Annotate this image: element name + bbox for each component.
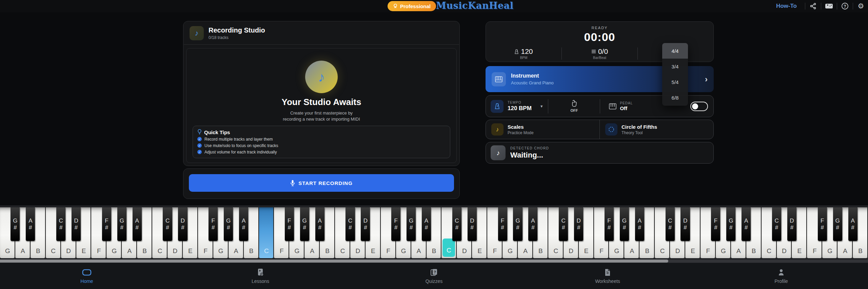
time-signature-option[interactable]: 4/4: [662, 43, 688, 59]
nav-item-worksheets[interactable]: Worksheets: [521, 263, 694, 289]
black-key[interactable]: C#: [772, 207, 781, 241]
key-label: A: [518, 247, 533, 255]
key-label: D: [61, 247, 76, 255]
key-label: G: [0, 247, 15, 255]
key-label: E: [366, 247, 381, 255]
black-key[interactable]: G#: [620, 207, 629, 241]
black-key[interactable]: F#: [285, 207, 294, 241]
black-key[interactable]: A#: [848, 207, 857, 241]
black-key[interactable]: A#: [422, 207, 431, 241]
black-key[interactable]: D#: [680, 207, 690, 241]
nav-item-lessons[interactable]: Lessons: [174, 263, 347, 289]
black-key[interactable]: G#: [407, 207, 416, 241]
black-key[interactable]: G#: [117, 207, 126, 241]
key-label: A: [304, 247, 320, 255]
black-key[interactable]: F#: [818, 207, 827, 241]
time-signature-dropdown: 4/43/45/46/8: [662, 43, 688, 106]
black-key[interactable]: D#: [574, 207, 583, 241]
recording-studio-card: ♪ Recording Studio 0/18 tracks ♪ Your St…: [183, 21, 460, 166]
metronome-toggle[interactable]: OFF: [554, 100, 594, 112]
nav-item-home[interactable]: Home: [0, 263, 174, 289]
studio-empty-state: ♪ Your Studio Awaits Create your first m…: [186, 48, 457, 163]
time-signature-option[interactable]: 5/4: [662, 74, 688, 90]
black-key[interactable]: G#: [300, 207, 309, 241]
key-label: A: [122, 247, 137, 255]
black-key[interactable]: C#: [56, 207, 65, 241]
check-icon: ✓: [197, 143, 202, 148]
black-key[interactable]: A#: [528, 207, 537, 241]
key-label: G: [106, 247, 122, 255]
tempo-selector[interactable]: TEMPO 120 BPM: [508, 101, 532, 112]
key-label: E: [792, 247, 807, 255]
pedal-state: Off: [620, 105, 633, 111]
black-key[interactable]: G#: [11, 207, 20, 241]
time-signature-option[interactable]: 3/4: [662, 59, 688, 74]
quick-tip-item: ✓Record multiple tracks and layer them: [197, 136, 446, 142]
black-key[interactable]: F#: [711, 207, 720, 241]
black-key[interactable]: G#: [513, 207, 522, 241]
piano-keyboard: GG#AA#BCC#DD#EFF#GG#AA#BCC#DD#EFF#GG#AA#…: [0, 207, 868, 258]
piano-icon: [492, 72, 506, 86]
start-recording-button[interactable]: START RECORDING: [189, 174, 454, 192]
key-label: G: [609, 247, 624, 255]
key-label: E: [472, 247, 487, 255]
check-icon: ✓: [197, 137, 202, 141]
nav-label: Quizzes: [426, 278, 443, 284]
settings-icon[interactable]: ⚙: [856, 2, 865, 11]
black-key[interactable]: A#: [315, 207, 324, 241]
how-to-link[interactable]: How-To: [771, 3, 802, 9]
key-label: D: [564, 247, 579, 255]
black-key[interactable]: C#: [666, 207, 675, 241]
bpm-display: 120 BPM: [486, 46, 561, 61]
list-icon: [591, 49, 596, 54]
black-key[interactable]: C#: [452, 207, 461, 241]
white-key-blue-highlight[interactable]: C: [259, 207, 274, 258]
key-label: B: [244, 247, 259, 255]
black-key[interactable]: G#: [726, 207, 735, 241]
key-label: B: [31, 247, 46, 255]
black-key[interactable]: G#: [224, 207, 233, 241]
key-label: C: [548, 247, 564, 255]
black-key[interactable]: D#: [361, 207, 370, 241]
black-key[interactable]: D#: [72, 207, 81, 241]
quick-tips-box: Quick Tips ✓Record multiple tracks and l…: [193, 126, 450, 158]
worksheets-icon: [604, 268, 611, 276]
black-key[interactable]: A#: [133, 207, 142, 241]
key-label: C: [335, 247, 350, 255]
black-key[interactable]: F#: [102, 207, 111, 241]
black-key[interactable]: A#: [742, 207, 751, 241]
pedal-toggle[interactable]: [690, 102, 708, 111]
black-key[interactable]: C#: [346, 207, 355, 241]
key-label: G: [213, 247, 229, 255]
black-key[interactable]: A#: [239, 207, 248, 241]
nav-item-profile[interactable]: Profile: [694, 263, 868, 289]
bottom-navigation: HomeLessons?QuizzesWorksheetsProfile: [0, 263, 868, 289]
black-key[interactable]: F#: [605, 207, 614, 241]
time-signature-option[interactable]: 6/8: [662, 90, 688, 105]
black-key[interactable]: D#: [787, 207, 796, 241]
pedal-group: PEDAL Off: [609, 101, 633, 111]
black-key[interactable]: F#: [209, 207, 218, 241]
key-label: B: [639, 247, 655, 255]
black-key[interactable]: D#: [468, 207, 477, 241]
black-key[interactable]: F#: [498, 207, 507, 241]
top-bar: Professional MusicKanHeal How-To ?: [0, 0, 868, 12]
keyboard-scrollbar-thumb[interactable]: [0, 260, 668, 263]
black-key[interactable]: C#: [559, 207, 568, 241]
recording-studio-title: Recording Studio: [209, 26, 265, 34]
black-key[interactable]: G#: [833, 207, 842, 241]
scales-button[interactable]: ♪ Scales Practice Mode: [486, 120, 599, 139]
nav-item-quizzes[interactable]: ?Quizzes: [347, 263, 521, 289]
share-icon[interactable]: [809, 2, 817, 11]
black-key[interactable]: C#: [163, 207, 172, 241]
help-icon[interactable]: ?: [841, 2, 849, 11]
circle-of-fifths-button[interactable]: Circle of Fifths Theory Tool: [599, 120, 713, 139]
black-key[interactable]: D#: [178, 207, 187, 241]
midi-device-icon[interactable]: [825, 2, 833, 11]
music-note-icon: ♪: [190, 26, 204, 40]
key-label: A: [624, 247, 639, 255]
black-key[interactable]: A#: [26, 207, 35, 241]
black-key[interactable]: F#: [391, 207, 400, 241]
key-label: G: [289, 247, 304, 255]
black-key[interactable]: A#: [635, 207, 644, 241]
